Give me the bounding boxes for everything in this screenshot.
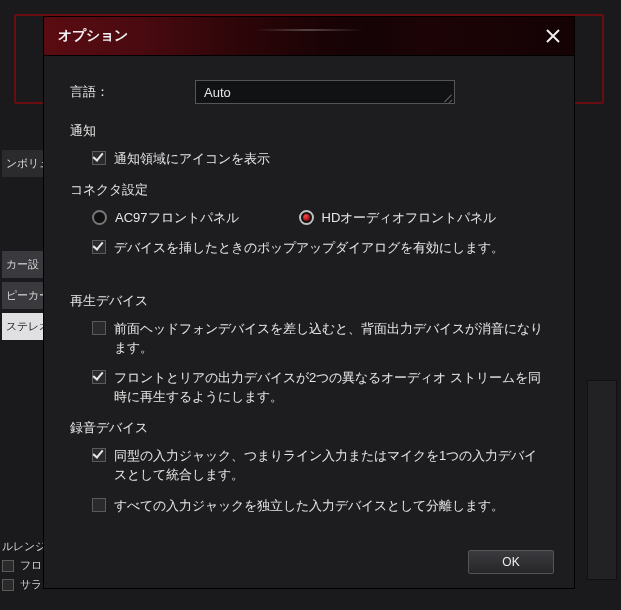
close-button[interactable] — [542, 25, 564, 47]
checkbox-icon — [92, 321, 106, 335]
radio-icon — [299, 210, 314, 225]
checkbox-label: 通知領域にアイコンを表示 — [114, 150, 270, 169]
options-dialog: オプション 言語： Auto 通知 通知領域にアイコンを表示 コネクタ設定 — [43, 16, 575, 589]
language-select[interactable]: Auto — [195, 80, 455, 104]
radio-label: AC97フロントパネル — [115, 209, 239, 227]
title-bar-gleam — [254, 29, 364, 31]
dialog-title-bar: オプション — [44, 17, 574, 55]
close-icon — [546, 29, 560, 43]
ok-button-label: OK — [502, 555, 519, 569]
background-tab: ンボリュ — [2, 150, 44, 177]
radio-hd-audio-front-panel[interactable]: HDオーディオフロントパネル — [299, 209, 497, 227]
checkbox-icon — [92, 448, 106, 462]
checkbox-split-all-inputs[interactable]: すべての入力ジャックを独立した入力デバイスとして分離します。 — [92, 497, 550, 516]
checkbox-icon — [92, 151, 106, 165]
front-panel-radio-group: AC97フロントパネル HDオーディオフロントパネル — [92, 209, 550, 227]
section-title-playback: 再生デバイス — [70, 292, 550, 310]
checkbox-label: デバイスを挿したときのポップアップダイアログを有効にします。 — [114, 239, 504, 258]
background-left-column: ンボリュ カー設 ピーカー ステレオ — [0, 150, 44, 340]
checkbox-icon — [92, 498, 106, 512]
checkbox-label: すべての入力ジャックを独立した入力デバイスとして分離します。 — [114, 497, 504, 516]
background-right-panel — [587, 380, 617, 580]
checkbox-enable-jack-popup[interactable]: デバイスを挿したときのポップアップダイアログを有効にします。 — [92, 239, 550, 258]
checkbox-icon — [92, 370, 106, 384]
section-title-recording: 録音デバイス — [70, 419, 550, 437]
checkbox-merge-same-type-inputs[interactable]: 同型の入力ジャック、つまりライン入力またはマイクを1つの入力デバイスとして統合し… — [92, 447, 550, 485]
checkbox-show-tray-icon[interactable]: 通知領域にアイコンを表示 — [92, 150, 550, 169]
language-value: Auto — [204, 85, 231, 100]
dialog-body: 言語： Auto 通知 通知領域にアイコンを表示 コネクタ設定 AC97フロント… — [44, 55, 574, 588]
checkbox-label: フロントとリアの出力デバイスが2つの異なるオーディオ ストリームを同時に再生する… — [114, 369, 550, 407]
section-title-notification: 通知 — [70, 122, 550, 140]
background-tab: カー設 — [2, 251, 44, 278]
checkbox-label: 同型の入力ジャック、つまりライン入力またはマイクを1つの入力デバイスとして統合し… — [114, 447, 550, 485]
ok-button[interactable]: OK — [468, 550, 554, 574]
resize-grip-icon — [442, 92, 452, 102]
dialog-title: オプション — [58, 27, 128, 45]
checkbox-mute-rear-on-front-headphone[interactable]: 前面ヘッドフォンデバイスを差し込むと、背面出力デバイスが消音になります。 — [92, 320, 550, 358]
language-row: 言語： Auto — [70, 80, 550, 104]
radio-icon — [92, 210, 107, 225]
background-tab-selected: ステレオ — [2, 313, 44, 340]
checkbox-icon — [92, 240, 106, 254]
language-label: 言語： — [70, 83, 195, 101]
radio-label: HDオーディオフロントパネル — [322, 209, 497, 227]
radio-ac97-front-panel[interactable]: AC97フロントパネル — [92, 209, 239, 227]
checkbox-front-rear-independent-streams[interactable]: フロントとリアの出力デバイスが2つの異なるオーディオ ストリームを同時に再生する… — [92, 369, 550, 407]
background-tab: ピーカー — [2, 282, 44, 309]
checkbox-label: 前面ヘッドフォンデバイスを差し込むと、背面出力デバイスが消音になります。 — [114, 320, 550, 358]
section-title-connector: コネクタ設定 — [70, 181, 550, 199]
